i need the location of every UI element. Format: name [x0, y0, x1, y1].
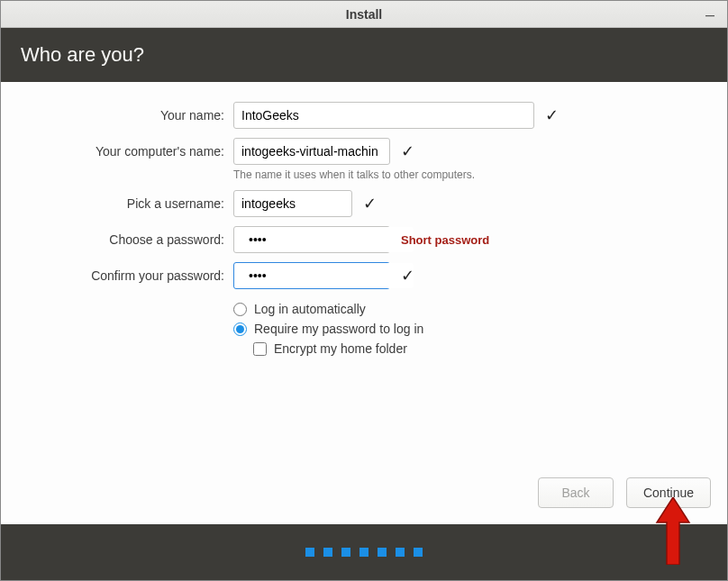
progress-dot: [414, 548, 423, 557]
option-require-password[interactable]: Require my password to log in: [233, 322, 711, 336]
titlebar[interactable]: Install –: [1, 1, 727, 28]
option-encrypt-home[interactable]: Encrypt my home folder: [253, 341, 711, 356]
radio-require-password[interactable]: [233, 322, 247, 336]
checkbox-encrypt-home[interactable]: [253, 342, 267, 356]
check-icon: ✓: [401, 266, 414, 286]
name-label: Your name:: [17, 108, 230, 123]
progress-dot: [305, 548, 314, 557]
confirm-password-field: [233, 262, 390, 289]
password-warning: Short password: [401, 233, 489, 247]
progress-dot: [341, 548, 350, 557]
option-auto-login[interactable]: Log in automatically: [233, 302, 711, 316]
computer-hint: The name it uses when it talks to other …: [233, 168, 711, 181]
continue-button[interactable]: Continue: [626, 477, 711, 508]
username-input[interactable]: [233, 190, 352, 217]
install-window: Install – Who are you? Your name: ✓ Your…: [0, 0, 728, 581]
progress-dot: [396, 548, 405, 557]
page-header: Who are you?: [1, 28, 727, 82]
computer-input[interactable]: [233, 138, 390, 165]
confirm-password-input[interactable]: [241, 263, 414, 288]
progress-dot: [378, 548, 387, 557]
login-options: Log in automatically Require my password…: [233, 302, 711, 356]
username-label: Pick a username:: [17, 196, 230, 211]
name-input[interactable]: [233, 102, 534, 129]
password-label: Choose a password:: [17, 232, 230, 247]
progress-footer: [1, 524, 727, 580]
password-field: [233, 226, 390, 253]
page-title: Who are you?: [21, 43, 144, 67]
user-form: Your name: ✓ Your computer's name: ✓ The…: [17, 102, 711, 356]
check-icon: ✓: [401, 141, 414, 161]
minimize-button[interactable]: –: [700, 5, 720, 24]
check-icon: ✓: [363, 194, 377, 213]
window-title: Install: [1, 7, 727, 22]
computer-label: Your computer's name:: [17, 144, 230, 159]
progress-dot: [359, 548, 369, 557]
confirm-label: Confirm your password:: [17, 268, 230, 283]
wizard-buttons: Back Continue: [17, 470, 711, 524]
progress-dot: [323, 548, 332, 557]
radio-auto-login[interactable]: [233, 303, 247, 316]
password-input[interactable]: [241, 227, 414, 252]
check-icon: ✓: [545, 105, 559, 125]
content-area: Your name: ✓ Your computer's name: ✓ The…: [1, 82, 727, 524]
back-button[interactable]: Back: [538, 477, 614, 508]
